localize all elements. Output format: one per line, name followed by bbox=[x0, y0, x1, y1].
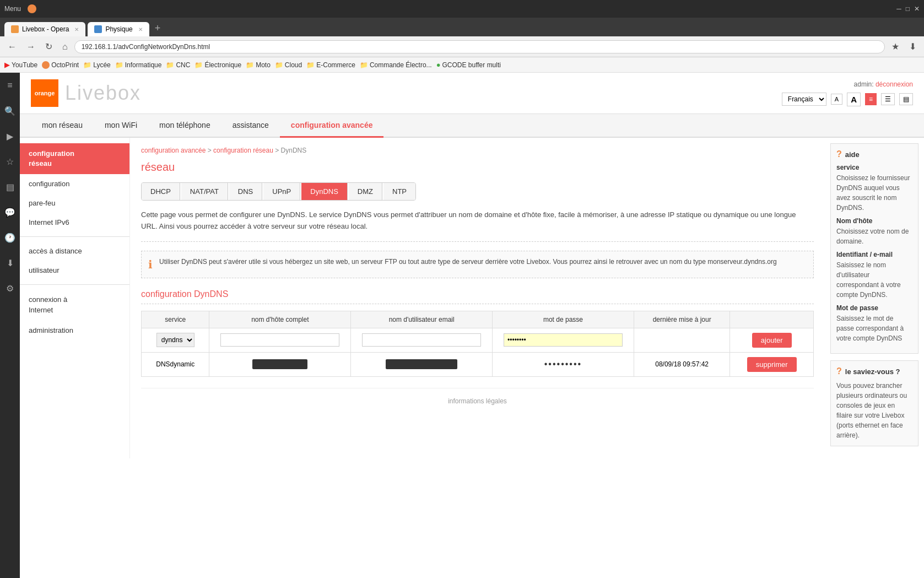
language-select[interactable]: Français bbox=[782, 93, 826, 106]
nav-item-ipv6[interactable]: Internet IPv6 bbox=[20, 213, 129, 232]
password-input[interactable] bbox=[504, 333, 623, 347]
sidebar-history-icon[interactable]: 🕐 bbox=[2, 229, 18, 246]
bookmark-cloud[interactable]: 📁 Cloud bbox=[275, 61, 302, 69]
download-button[interactable]: ⬇ bbox=[906, 40, 920, 53]
back-button[interactable]: ← bbox=[4, 41, 20, 53]
tab-label: Livebox - Opera bbox=[22, 25, 69, 33]
tab2-close-button[interactable]: ✕ bbox=[138, 26, 143, 33]
nav-item-connexion-internet[interactable]: connexion àInternet bbox=[20, 289, 129, 320]
font-small-button[interactable]: A bbox=[831, 94, 842, 105]
font-large-button[interactable]: A bbox=[847, 93, 861, 106]
tab-mon-telephone[interactable]: mon téléphone bbox=[148, 114, 221, 138]
folder-icon-1: 📁 bbox=[83, 61, 91, 69]
info-text: Utiliser DynDNS peut s'avérer utile si v… bbox=[159, 258, 777, 266]
sidebar-download-icon[interactable]: ⬇ bbox=[2, 255, 18, 271]
info-box: ℹ Utiliser DynDNS peut s'avérer utile si… bbox=[141, 251, 814, 278]
col-lastupdate: dernière mise à jour bbox=[634, 311, 730, 328]
maximize-icon[interactable]: □ bbox=[906, 5, 910, 13]
row-password: ••••••••• bbox=[493, 352, 634, 376]
folder-icon-4: 📁 bbox=[194, 61, 203, 69]
view-compact-button[interactable]: ☰ bbox=[881, 93, 895, 105]
new-tab-button[interactable]: + bbox=[149, 23, 166, 34]
octoprint-icon bbox=[42, 61, 50, 69]
service-select[interactable]: dyndns bbox=[156, 333, 194, 347]
active-tab[interactable]: Livebox - Opera ✕ bbox=[4, 22, 85, 36]
subtab-natpat[interactable]: NAT/PAT bbox=[181, 183, 228, 200]
nav-item-administration[interactable]: administration bbox=[20, 321, 129, 340]
minimize-icon[interactable]: ─ bbox=[896, 5, 901, 13]
col-password: mot de passe bbox=[493, 311, 634, 328]
bookmark-electronique[interactable]: 📁 Électronique bbox=[194, 61, 241, 69]
tab-mon-reseau[interactable]: mon réseau bbox=[31, 114, 94, 138]
tab-config-avancee[interactable]: configuration avancée bbox=[280, 114, 384, 138]
bookmark-button[interactable]: ★ bbox=[888, 40, 903, 53]
sidebar-navigation: configurationréseau configuration pare-f… bbox=[20, 138, 130, 458]
nav-divider-2 bbox=[20, 284, 129, 285]
sidebar-search-icon[interactable]: 🔍 bbox=[2, 102, 18, 119]
admin-bar: admin: déconnexion bbox=[854, 80, 913, 88]
tab-physique[interactable]: Physique ✕ bbox=[88, 22, 149, 36]
tab-assistance[interactable]: assistance bbox=[221, 114, 280, 138]
folder-icon-5: 📁 bbox=[246, 61, 254, 69]
bookmark-cnc[interactable]: 📁 CNC bbox=[166, 61, 190, 69]
livebox-brand-title: Livebox bbox=[65, 82, 141, 105]
form-row: dyndns bbox=[142, 328, 814, 352]
hostname-masked bbox=[252, 359, 307, 369]
bookmark-informatique[interactable]: 📁 Informatique bbox=[115, 61, 162, 69]
add-button[interactable]: ajouter bbox=[752, 333, 792, 348]
delete-button[interactable]: supprimer bbox=[747, 357, 797, 372]
sidebar-bookmark-icon[interactable]: ☆ bbox=[2, 153, 18, 170]
nav-item-acces-distance[interactable]: accès à distance bbox=[20, 241, 129, 261]
sidebar-play-icon[interactable]: ▶ bbox=[2, 128, 18, 144]
home-button[interactable]: ⌂ bbox=[59, 41, 71, 53]
nav-item-utilisateur[interactable]: utilisateur bbox=[20, 261, 129, 280]
help-title: ? aide bbox=[836, 149, 912, 159]
breadcrumb-link-2[interactable]: configuration réseau bbox=[213, 147, 273, 154]
sidebar-menu-icon[interactable]: ≡ bbox=[2, 77, 18, 94]
bookmark-commande[interactable]: 📁 Commande Électro... bbox=[360, 61, 432, 69]
refresh-button[interactable]: ↻ bbox=[42, 40, 56, 53]
view-dense-button[interactable]: ▤ bbox=[899, 93, 913, 105]
address-bar[interactable]: 192.168.1.1/advConfigNetworkDynDns.html bbox=[74, 40, 885, 53]
bookmark-octoprint[interactable]: OctoPrint bbox=[42, 61, 79, 69]
sidebar-chat-icon[interactable]: 💬 bbox=[2, 204, 18, 220]
hostname-input[interactable] bbox=[220, 333, 339, 347]
tab2-label: Physique bbox=[105, 25, 132, 33]
lang-font-bar: Français A A ≡ ☰ ▤ bbox=[782, 93, 913, 106]
breadcrumb-link-1[interactable]: configuration avancée bbox=[141, 147, 206, 154]
subtab-dyndns[interactable]: DynDNS bbox=[301, 183, 348, 200]
saviez-box: ? le saviez-vous ? Vous pouvez brancher … bbox=[830, 360, 918, 446]
bookmark-youtube[interactable]: ▶ YouTube bbox=[4, 61, 37, 69]
bookmark-gcode[interactable]: ● GCODE buffer multi bbox=[436, 61, 501, 69]
sidebar-list-icon[interactable]: ▤ bbox=[2, 179, 18, 195]
menu-label[interactable]: Menu bbox=[4, 5, 21, 13]
form-lastupdate-cell bbox=[634, 328, 730, 352]
col-hostname: nom d'hôte complet bbox=[209, 311, 351, 328]
tab-mon-wifi[interactable]: mon WiFi bbox=[94, 114, 148, 138]
view-list-button[interactable]: ≡ bbox=[865, 93, 877, 105]
subtab-ntp[interactable]: NTP bbox=[383, 183, 415, 200]
nav-item-configuration[interactable]: configuration bbox=[20, 174, 129, 193]
subtab-upnp[interactable]: UPnP bbox=[263, 183, 300, 200]
sidebar-settings-icon[interactable]: ⚙ bbox=[2, 280, 18, 296]
deconnexion-link[interactable]: déconnexion bbox=[876, 80, 913, 88]
nav-item-config-reseau[interactable]: configurationréseau bbox=[20, 143, 129, 174]
col-username: nom d'utilisateur email bbox=[351, 311, 493, 328]
bookmark-ecommerce[interactable]: 📁 E-Commerce bbox=[306, 61, 355, 69]
subtab-dmz[interactable]: DMZ bbox=[349, 183, 382, 200]
page-description: Cette page vous permet de configurer une… bbox=[141, 209, 814, 242]
folder-icon-3: 📁 bbox=[166, 61, 174, 69]
bookmarks-bar: ▶ YouTube OctoPrint 📁 Lycée 📁 Informatiq… bbox=[0, 57, 924, 73]
subtab-dns[interactable]: DNS bbox=[229, 183, 262, 200]
username-input[interactable] bbox=[362, 333, 481, 347]
content-area: configurationréseau configuration pare-f… bbox=[20, 138, 924, 458]
tab-close-button[interactable]: ✕ bbox=[74, 26, 79, 33]
close-icon[interactable]: ✕ bbox=[914, 5, 920, 13]
help-section-motdepasse: Mot de passe Saisissez le mot de passe c… bbox=[836, 304, 912, 343]
bookmark-moto[interactable]: 📁 Moto bbox=[246, 61, 271, 69]
bookmark-lycee[interactable]: 📁 Lycée bbox=[83, 61, 111, 69]
row-hostname bbox=[209, 352, 351, 376]
nav-item-pare-feu[interactable]: pare-feu bbox=[20, 193, 129, 213]
forward-button[interactable]: → bbox=[23, 41, 39, 53]
subtab-dhcp[interactable]: DHCP bbox=[142, 183, 180, 200]
